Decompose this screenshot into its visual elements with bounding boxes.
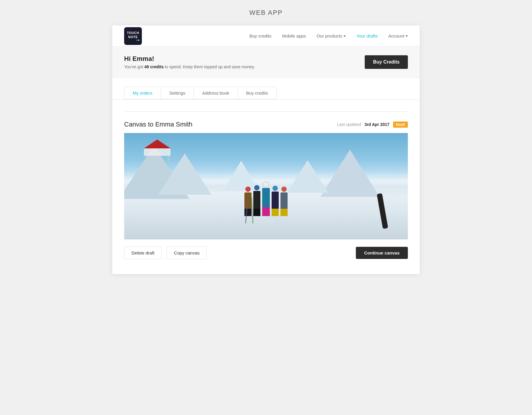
nav-your-drafts[interactable]: Your drafts xyxy=(356,33,378,38)
person-2-legs xyxy=(253,209,260,216)
pillar-right xyxy=(168,156,169,162)
person-5 xyxy=(280,187,288,216)
account-chevron-icon xyxy=(406,35,408,37)
person-3-head xyxy=(263,181,269,187)
logo-dot-teal xyxy=(136,40,137,41)
pillar-left xyxy=(145,156,147,162)
app-container: TOUCH NOTE Buy credits Mobile apps Our p… xyxy=(112,25,420,274)
header-banner: Hi Emma! You've got 49 credits to spend.… xyxy=(112,47,420,78)
tabs: My orders Settings Address book Buy cred… xyxy=(124,87,408,99)
gazebo-body xyxy=(144,148,171,156)
draft-badge: Draft xyxy=(393,121,408,128)
delete-draft-button[interactable]: Delete draft xyxy=(124,247,162,259)
person-2-body xyxy=(253,191,260,209)
person-4-body xyxy=(272,192,279,209)
main-content: Canvas to Emma Smith Last updated 3rd Ap… xyxy=(112,100,420,274)
tab-address-book[interactable]: Address book xyxy=(194,87,238,99)
greeting-section: Hi Emma! You've got 49 credits to spend.… xyxy=(124,55,255,69)
mountain-right-small xyxy=(287,160,328,193)
greeting-text: Hi Emma! xyxy=(124,55,255,63)
gazebo xyxy=(144,140,171,162)
buy-credits-button[interactable]: Buy Credits xyxy=(365,55,408,69)
last-updated-label: Last updated xyxy=(337,122,361,127)
person-3 xyxy=(262,181,270,216)
continue-canvas-button[interactable]: Continue canvas xyxy=(356,247,408,259)
logo-text: TOUCH NOTE xyxy=(127,31,139,39)
our-products-chevron-icon xyxy=(343,35,346,37)
nav-account[interactable]: Account xyxy=(388,33,408,38)
person-5-body xyxy=(280,192,288,209)
person-4-legs xyxy=(272,209,279,216)
person-4-head xyxy=(273,186,278,191)
navbar: TOUCH NOTE Buy credits Mobile apps Our p… xyxy=(112,25,420,47)
person-4 xyxy=(272,186,279,216)
person-5-legs xyxy=(280,209,288,216)
canvas-image xyxy=(124,133,408,239)
divider xyxy=(124,111,408,112)
person-1-legs xyxy=(244,209,252,216)
gazebo-pillars xyxy=(144,156,171,162)
credits-info: You've got 49 credits to spend. Keep the… xyxy=(124,64,255,69)
copy-canvas-button[interactable]: Copy canvas xyxy=(167,247,207,259)
tab-settings[interactable]: Settings xyxy=(161,87,194,99)
tabs-section: My orders Settings Address book Buy cred… xyxy=(112,78,420,100)
credits-amount: 49 credits xyxy=(144,64,163,69)
person-3-legs xyxy=(262,207,270,216)
mountain-right xyxy=(320,150,379,197)
nav-links: Buy credits Mobile apps Our products You… xyxy=(249,33,408,38)
nav-mobile-apps[interactable]: Mobile apps xyxy=(282,33,306,38)
nav-buy-credits[interactable]: Buy credits xyxy=(249,33,271,38)
person-5-head xyxy=(281,187,287,192)
people-group xyxy=(244,181,288,216)
tab-buy-credits[interactable]: Buy credits xyxy=(238,87,277,99)
logo[interactable]: TOUCH NOTE xyxy=(124,27,142,45)
logo-dot-white xyxy=(138,40,139,41)
person-2 xyxy=(253,185,260,216)
nav-our-products[interactable]: Our products xyxy=(317,33,346,38)
last-updated-date: 3rd Apr 2017 xyxy=(364,122,389,127)
person-1-head xyxy=(245,187,251,192)
gazebo-roof xyxy=(144,140,171,148)
person-2-head xyxy=(254,185,259,190)
tab-my-orders[interactable]: My orders xyxy=(124,87,161,99)
order-title: Canvas to Emma Smith xyxy=(124,121,192,128)
page-title: WEB APP xyxy=(249,9,283,17)
action-buttons: Delete draft Copy canvas Continue canvas xyxy=(124,247,408,259)
person-3-body xyxy=(262,188,270,207)
order-header: Canvas to Emma Smith Last updated 3rd Ap… xyxy=(124,121,408,128)
order-meta: Last updated 3rd Apr 2017 Draft xyxy=(337,121,408,128)
